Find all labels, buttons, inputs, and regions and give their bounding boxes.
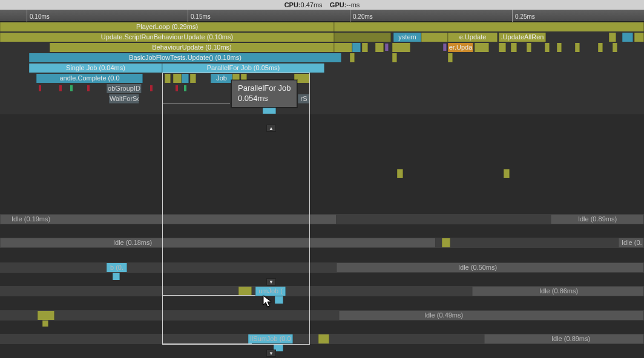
bar-segment[interactable] <box>504 169 510 178</box>
gpu-value: --ms <box>346 1 360 8</box>
bar-segment[interactable] <box>165 74 171 83</box>
jobgroup-id-bar[interactable]: obGroupID <box>107 84 142 93</box>
bar-segment[interactable] <box>352 43 361 52</box>
bar-segment[interactable] <box>113 273 120 280</box>
bar-segment[interactable] <box>511 43 517 52</box>
bar-segment[interactable] <box>499 43 506 52</box>
bar-segment[interactable] <box>613 43 617 52</box>
selection-connector <box>162 295 255 296</box>
bar-segment[interactable] <box>334 22 644 31</box>
waitfor-bar[interactable]: WaitForSo <box>109 94 139 103</box>
profiler-tooltip: ParallelFor Job 0.054ms <box>231 80 297 108</box>
bar-segment[interactable] <box>448 53 453 62</box>
bar-segment[interactable] <box>634 33 644 42</box>
track-row: andle.Complete (0.0 Job <box>0 73 644 83</box>
ruler-tick: 0.10ms <box>27 10 50 22</box>
bar-segment[interactable] <box>275 296 283 304</box>
parallelfor-job-bar[interactable]: ParallelFor Job (0.05ms) <box>162 63 324 73</box>
bar-segment[interactable]: Job <box>211 74 232 83</box>
tooltip-title: ParallelFor Job <box>238 83 291 93</box>
bar-segment[interactable] <box>238 287 252 296</box>
selection-connector <box>162 343 252 344</box>
collapse-toggle[interactable]: ▼ <box>266 350 276 357</box>
idle-bar[interactable]: Idle (0.50ms) <box>337 263 644 272</box>
status-bar: CPU:0.47ms GPU:--ms <box>0 0 644 10</box>
bar-segment[interactable] <box>443 44 447 51</box>
worker-track: b (0. Idle (0.50ms) <box>0 262 644 273</box>
playerloop-bar[interactable]: PlayerLoop (0.29ms) <box>0 22 334 31</box>
cpu-label: CPU: <box>284 1 301 8</box>
bar-segment[interactable] <box>575 43 580 52</box>
behaviour-update-bar[interactable]: BehaviourUpdate (0.10ms) <box>50 43 334 52</box>
worker-track: llSumJob (0.0 Idle (0.89ms) <box>0 334 644 344</box>
bar-segment[interactable] <box>397 169 403 178</box>
bar-segment[interactable] <box>442 238 450 247</box>
idle-bar[interactable]: Idle (0.89ms) <box>484 334 644 343</box>
bar-segment[interactable] <box>350 53 355 62</box>
track-row: obGroupID <box>0 83 644 94</box>
bar-segment[interactable]: er.Upda <box>448 43 473 52</box>
collapse-toggle[interactable]: ▼ <box>266 278 276 285</box>
bar-segment[interactable] <box>334 33 391 42</box>
bar-segment[interactable]: ystem <box>393 33 421 42</box>
track-row: Update.ScriptRunBehaviourUpdate (0.10ms)… <box>0 32 644 42</box>
time-ruler[interactable]: 0.10ms 0.15ms 0.20ms 0.25ms <box>0 10 644 22</box>
cpu-value: 0.47ms <box>301 1 323 8</box>
bar-segment[interactable] <box>598 43 603 52</box>
collapse-toggle[interactable]: ▲ <box>266 125 276 132</box>
bar-segment[interactable] <box>375 43 384 52</box>
bar-segment[interactable] <box>557 43 562 52</box>
track-row: WaitForSo rS <box>0 94 644 104</box>
single-job-bar[interactable]: Single Job (0.04ms) <box>29 63 162 73</box>
bar-segment[interactable] <box>527 43 531 52</box>
gpu-label: GPU: <box>330 1 347 8</box>
worker-track: Idle (0.49ms) <box>0 310 644 321</box>
marker-icon <box>59 85 62 91</box>
ruler-tick: 0.15ms <box>188 10 211 22</box>
basic-job-flow-tests-update-bar[interactable]: BasicJobFlowTests.Update() (0.10ms) <box>29 53 341 62</box>
idle-bar[interactable]: Idle (0.86ms) <box>472 287 644 296</box>
idle-bar[interactable]: Idle (0.89ms) <box>551 215 644 224</box>
bar-segment[interactable] <box>38 311 54 320</box>
bar-segment[interactable] <box>190 74 196 83</box>
track-row <box>0 104 644 114</box>
bar-segment[interactable] <box>622 33 633 42</box>
worker-track: Idle (0.18ms) Idle (0. <box>0 238 644 248</box>
bar-segment[interactable] <box>475 43 489 52</box>
idle-bar[interactable]: Idle (0.19ms) <box>0 215 337 224</box>
track-row: Single Job (0.04ms) ParallelFor Job (0.0… <box>0 63 644 73</box>
idle-bar[interactable]: Idle (0.49ms) <box>339 311 644 320</box>
bar-segment[interactable] <box>545 43 550 52</box>
bar-segment[interactable] <box>421 33 448 42</box>
bar-segment[interactable] <box>182 74 189 83</box>
bar-segment[interactable] <box>609 33 616 42</box>
track-row: PlayerLoop (0.29ms) <box>0 22 644 32</box>
ruler-tick: 0.20ms <box>350 10 373 22</box>
bar-segment[interactable]: e.Update <box>448 33 498 42</box>
track-row: BasicJobFlowTests.Update() (0.10ms) <box>0 53 644 63</box>
bar-segment[interactable]: .UpdateAllRen <box>499 33 546 42</box>
bar-segment[interactable] <box>385 44 389 51</box>
job-bar[interactable]: b (0. <box>107 263 127 272</box>
bar-segment[interactable] <box>392 53 397 62</box>
bar-segment[interactable] <box>318 334 329 343</box>
track-row: BehaviourUpdate (0.10ms) er.Upda <box>0 42 644 53</box>
marker-icon <box>176 85 178 91</box>
bar-segment[interactable]: rS <box>298 94 310 103</box>
marker-icon <box>184 85 186 91</box>
tooltip-duration: 0.054ms <box>238 93 291 103</box>
script-run-behaviour-update-bar[interactable]: Update.ScriptRunBehaviourUpdate (0.10ms) <box>0 33 334 42</box>
idle-bar[interactable]: Idle (0. <box>619 238 644 247</box>
idle-bar[interactable]: Idle (0.18ms) <box>0 238 436 247</box>
sumjob-bar[interactable]: umJob ( <box>255 287 286 296</box>
bar-segment[interactable] <box>334 43 352 52</box>
bar-segment[interactable] <box>42 321 48 327</box>
bar-segment[interactable] <box>173 74 182 83</box>
bar-segment[interactable] <box>362 43 368 52</box>
profiler-timeline[interactable]: PlayerLoop (0.29ms) Update.ScriptRunBeha… <box>0 22 644 358</box>
worker-track: Idle (0.19ms) Idle (0.89ms) <box>0 214 644 224</box>
bar-segment[interactable] <box>392 43 410 52</box>
marker-icon <box>70 85 73 91</box>
parallel-sumjob-bar[interactable]: llSumJob (0.0 <box>248 334 293 343</box>
handle-complete-bar[interactable]: andle.Complete (0.0 <box>36 74 143 83</box>
